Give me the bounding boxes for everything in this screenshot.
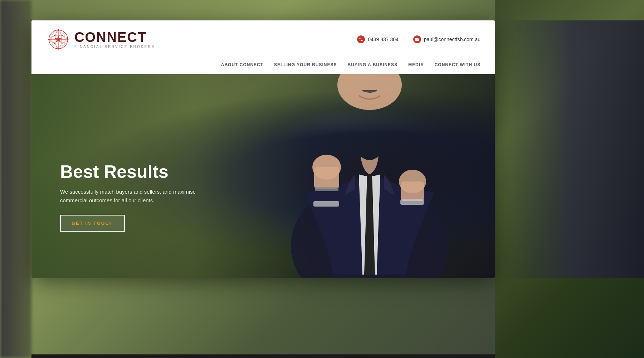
- email-icon: [413, 35, 421, 43]
- get-in-touch-button[interactable]: GET IN TOUCH: [60, 215, 125, 232]
- svg-point-21: [62, 35, 63, 37]
- hero-subtext: We successfully match buyers and sellers…: [60, 188, 210, 205]
- svg-rect-27: [314, 167, 339, 189]
- contact-divider: [406, 35, 406, 44]
- nav-connect-with-us[interactable]: CONNECT WITH US: [435, 62, 480, 67]
- logo[interactable]: CONNECT FINANCIAL SERVICE BROKERS: [46, 27, 155, 52]
- logo-globe-icon: [46, 27, 71, 52]
- right-peek-overlay: [501, 20, 644, 278]
- email-address: paul@connectfsb.com.au: [424, 37, 480, 42]
- svg-point-22: [54, 43, 55, 44]
- email-contact[interactable]: paul@connectfsb.com.au: [413, 35, 480, 43]
- svg-rect-31: [313, 201, 339, 207]
- nav-selling[interactable]: SELLING YOUR BUSINESS: [274, 62, 337, 67]
- logo-title: CONNECT: [74, 30, 155, 44]
- nav-buying[interactable]: BUYING A BUSINESS: [348, 62, 397, 67]
- hero-section: Best Results We successfully match buyer…: [31, 74, 495, 278]
- phone-icon: [357, 35, 365, 43]
- svg-point-23: [62, 43, 63, 44]
- header-top: CONNECT FINANCIAL SERVICE BROKERS 0439 8…: [31, 20, 495, 52]
- main-nav: ABOUT CONNECT SELLING YOUR BUSINESS BUYI…: [31, 62, 495, 74]
- nav-media[interactable]: MEDIA: [408, 62, 424, 67]
- blur-left-panel: [0, 0, 31, 358]
- phone-contact[interactable]: 0439 837 304: [357, 35, 399, 43]
- hero-content: Best Results We successfully match buyer…: [60, 162, 210, 232]
- svg-rect-30: [401, 182, 424, 201]
- logo-text: CONNECT FINANCIAL SERVICE BROKERS: [74, 30, 155, 49]
- browser-window: CONNECT FINANCIAL SERVICE BROKERS 0439 8…: [31, 20, 495, 278]
- contact-info: 0439 837 304 paul@connectfsb.com.au: [357, 35, 480, 44]
- person-silhouette: [262, 74, 477, 278]
- logo-subtitle: FINANCIAL SERVICE BROKERS: [74, 45, 155, 49]
- phone-number: 0439 837 304: [368, 37, 399, 42]
- svg-point-18: [58, 29, 59, 31]
- svg-point-16: [48, 39, 50, 40]
- svg-point-19: [58, 48, 59, 49]
- hero-heading: Best Results: [60, 162, 210, 182]
- bottom-bar: [31, 354, 495, 358]
- nav-about-connect[interactable]: ABOUT CONNECT: [221, 62, 263, 67]
- svg-rect-28: [315, 187, 338, 191]
- svg-rect-32: [400, 199, 424, 205]
- svg-point-20: [54, 35, 55, 37]
- svg-point-17: [67, 39, 68, 40]
- site-header: CONNECT FINANCIAL SERVICE BROKERS 0439 8…: [31, 20, 495, 74]
